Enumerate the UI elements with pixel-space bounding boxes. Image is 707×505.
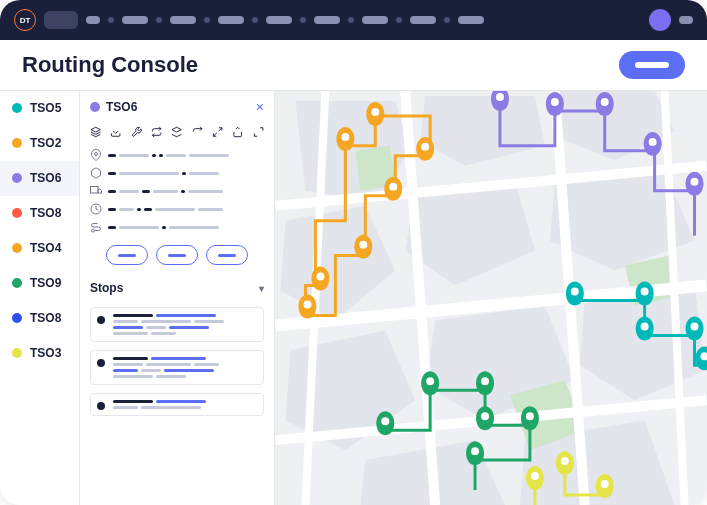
sidebar-route-item[interactable]: TSO6: [0, 161, 79, 196]
primary-action-button[interactable]: [619, 51, 685, 79]
route-id-label: TSO2: [30, 136, 61, 150]
layers-icon[interactable]: [171, 125, 182, 139]
app-logo[interactable]: DT: [14, 9, 36, 31]
location-icon: [90, 149, 102, 161]
topbar: DT: [0, 0, 707, 40]
nav-item[interactable]: [218, 16, 244, 24]
stop-card[interactable]: [90, 393, 264, 416]
nav-item[interactable]: [314, 16, 340, 24]
route-color-dot: [12, 138, 22, 148]
sidebar-route-item[interactable]: TSO2: [0, 126, 79, 161]
map-view[interactable]: [275, 91, 707, 505]
route-detail-panel: TSO6 ×: [80, 91, 275, 505]
svg-point-4: [95, 153, 98, 156]
svg-rect-5: [91, 187, 99, 194]
clock-icon: [90, 203, 102, 215]
nav-item[interactable]: [86, 16, 100, 24]
route-sidebar: TSO5TSO2TSO6TSO8TSO4TSO9TSO8TSO3: [0, 91, 80, 505]
svg-marker-0: [91, 127, 100, 132]
stop-bullet-icon: [97, 402, 105, 410]
page-header: Routing Console: [0, 40, 707, 90]
stop-bullet-icon: [97, 316, 105, 324]
nav-item[interactable]: [458, 16, 484, 24]
nav-separator: [204, 17, 210, 23]
sidebar-route-item[interactable]: TSO9: [0, 266, 79, 301]
route-color-dot: [12, 243, 22, 253]
stop-bullet-icon: [97, 359, 105, 367]
package-icon: [90, 167, 102, 179]
route-color-dot: [12, 208, 22, 218]
toolbar: [90, 123, 264, 141]
expand-icon[interactable]: [253, 125, 264, 139]
nav-separator: [348, 17, 354, 23]
svg-line-3: [213, 133, 216, 136]
nav-tab[interactable]: [44, 11, 78, 29]
truck-icon: [90, 185, 102, 197]
route-color-dot: [12, 173, 22, 183]
stop-card[interactable]: [90, 307, 264, 342]
nav-separator: [252, 17, 258, 23]
expand-icon[interactable]: [212, 125, 223, 139]
chevron-down-icon: ▾: [259, 283, 264, 294]
route-color-dot: [12, 313, 22, 323]
user-menu[interactable]: [679, 16, 693, 24]
svg-marker-1: [172, 127, 181, 132]
map-canvas: [275, 91, 707, 505]
panel-title-text: TSO6: [106, 100, 137, 114]
export-icon[interactable]: [110, 125, 121, 139]
sidebar-route-item[interactable]: TSO3: [0, 336, 79, 371]
route-id-label: TSO6: [30, 171, 61, 185]
action-button[interactable]: [206, 245, 248, 265]
route-id-label: TSO5: [30, 101, 61, 115]
nav-item[interactable]: [410, 16, 436, 24]
avatar[interactable]: [649, 9, 671, 31]
action-button[interactable]: [156, 245, 198, 265]
sidebar-route-item[interactable]: TSO8: [0, 196, 79, 231]
nav-separator: [396, 17, 402, 23]
layers-icon[interactable]: [90, 125, 101, 139]
nav-separator: [300, 17, 306, 23]
repeat-icon[interactable]: [192, 125, 203, 139]
stop-card[interactable]: [90, 350, 264, 385]
close-icon[interactable]: ×: [256, 99, 264, 115]
section-title: Stops: [90, 281, 123, 295]
nav-item[interactable]: [266, 16, 292, 24]
nav-separator: [156, 17, 162, 23]
settings-icon[interactable]: [131, 125, 142, 139]
sidebar-route-item[interactable]: TSO4: [0, 231, 79, 266]
nav-item[interactable]: [170, 16, 196, 24]
sidebar-route-item[interactable]: TSO5: [0, 91, 79, 126]
route-icon: [90, 221, 102, 233]
nav-item[interactable]: [122, 16, 148, 24]
action-buttons: [90, 241, 264, 269]
panel-title: TSO6: [90, 100, 137, 114]
svg-line-2: [219, 128, 222, 131]
svg-marker-6: [98, 189, 102, 193]
repeat-icon[interactable]: [151, 125, 162, 139]
route-id-label: TSO8: [30, 311, 61, 325]
action-button[interactable]: [106, 245, 148, 265]
nav-separator: [444, 17, 450, 23]
route-id-label: TSO3: [30, 346, 61, 360]
route-info: [90, 149, 264, 233]
sidebar-route-item[interactable]: TSO8: [0, 301, 79, 336]
svg-point-8: [92, 229, 95, 232]
page-title: Routing Console: [22, 52, 198, 78]
route-color-dot: [12, 278, 22, 288]
nav-separator: [108, 17, 114, 23]
route-id-label: TSO4: [30, 241, 61, 255]
route-color-dot: [12, 348, 22, 358]
route-color-dot: [12, 103, 22, 113]
stops-section-header[interactable]: Stops ▾: [90, 277, 264, 299]
share-icon[interactable]: [232, 125, 243, 139]
route-id-label: TSO9: [30, 276, 61, 290]
nav-item[interactable]: [362, 16, 388, 24]
route-id-label: TSO8: [30, 206, 61, 220]
